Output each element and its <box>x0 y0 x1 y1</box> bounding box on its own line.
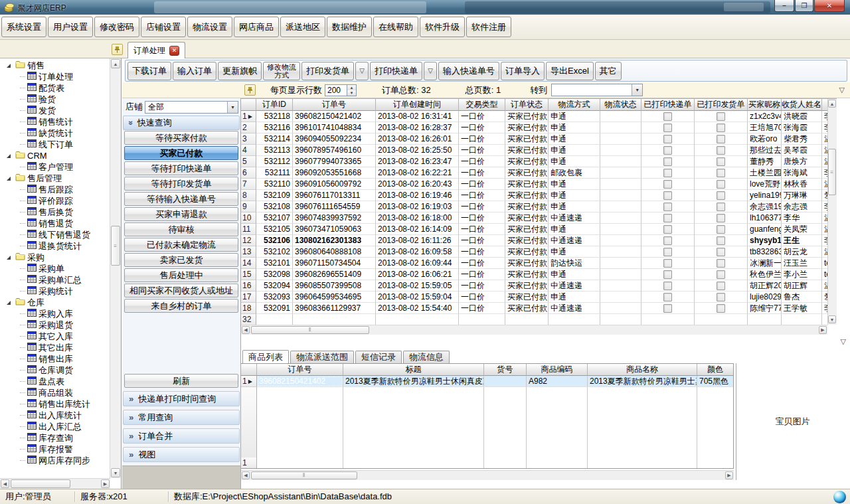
order-row[interactable]: 85321093960761170133112013-08-02 16:19:4… <box>241 190 827 201</box>
printed-checkbox[interactable] <box>663 191 672 200</box>
order-row[interactable]: 25321163961017410488342013-08-02 16:28:3… <box>241 122 827 133</box>
tree-item[interactable]: 销售统计 <box>0 116 108 127</box>
quick-filter-button-2[interactable]: 买家已付款 <box>124 146 238 160</box>
printed-checkbox[interactable] <box>717 304 725 313</box>
toolbar-button-2[interactable]: 输入订单 <box>173 62 216 80</box>
tree-item[interactable]: 其它出库 <box>0 342 108 353</box>
quick-filter-button-11[interactable]: 相同买家不同收货人或地址 <box>124 284 238 297</box>
tree-expander-icon[interactable] <box>4 154 13 158</box>
order-row[interactable]: 145321013960711507345042013-08-02 16:09:… <box>241 258 827 269</box>
toolbar-button-9[interactable]: 输入快递单号 <box>438 62 499 80</box>
items-column-header-5[interactable]: 商品名称 <box>588 364 697 376</box>
order-row[interactable]: 115321053960734710590632013-08-02 16:14:… <box>241 224 827 235</box>
items-column-header-4[interactable]: 商品编码 <box>527 364 588 376</box>
toolbar-dropdown-icon[interactable]: ▽ <box>355 62 369 80</box>
printed-checkbox[interactable] <box>663 259 672 268</box>
toolbar-button-5[interactable]: 打印发货单 <box>301 62 354 80</box>
printed-checkbox[interactable] <box>717 180 725 189</box>
tree-item[interactable]: 评价跟踪 <box>0 195 108 207</box>
menu-button-6[interactable]: 网店商品 <box>234 17 279 37</box>
pager-pin-icon[interactable] <box>244 84 256 96</box>
order-row[interactable]: 105321073960748399375922013-08-02 16:18:… <box>241 212 827 224</box>
detail-filter-icon[interactable]: ▽ <box>841 337 846 346</box>
tree-group-2[interactable]: CRM <box>0 150 108 161</box>
scroll-up-icon[interactable]: ▲ <box>111 59 120 68</box>
scrollbar-thumb[interactable]: ≡ <box>111 226 120 266</box>
printed-checkbox[interactable] <box>663 214 672 222</box>
printed-checkbox[interactable] <box>717 124 725 132</box>
quick-filter-button-12[interactable]: 来自乡村的订单 <box>124 299 238 313</box>
tree-item[interactable]: 盘点表 <box>0 376 108 387</box>
column-header-5[interactable]: 订单状态 <box>505 99 549 111</box>
menu-button-4[interactable]: 店铺设置 <box>141 17 186 37</box>
menu-button-1[interactable]: 系统设置 <box>1 17 46 37</box>
detail-tab-1[interactable]: 商品列表 <box>242 350 289 363</box>
printed-checkbox[interactable] <box>717 191 725 200</box>
scrollbar-thumb[interactable]: ≡ <box>828 149 836 195</box>
menu-button-8[interactable]: 数据维护 <box>327 17 372 37</box>
printed-checkbox[interactable] <box>663 293 672 301</box>
collapsed-section-4[interactable]: »视图 <box>123 447 240 462</box>
printed-checkbox[interactable] <box>663 236 672 245</box>
items-column-header-1[interactable]: 订单号 <box>257 364 343 376</box>
printed-checkbox[interactable] <box>663 282 672 290</box>
collapsed-section-2[interactable]: »常用查询 <box>123 410 240 425</box>
items-column-header-3[interactable]: 货号 <box>484 364 527 376</box>
scroll-right-icon[interactable]: ▶ <box>819 326 827 334</box>
menu-button-11[interactable]: 软件注册 <box>466 17 511 37</box>
tree-item[interactable]: 采购退货 <box>0 319 108 331</box>
order-row[interactable]: 35321143960940550922342013-08-02 16:26:0… <box>241 133 827 145</box>
printed-checkbox[interactable] <box>663 135 672 143</box>
order-row[interactable]: 45321133960789574961602013-08-02 16:25:5… <box>241 145 827 156</box>
column-header-1[interactable]: 订单ID <box>256 99 293 111</box>
scroll-left-icon[interactable]: ◀ <box>1 479 9 488</box>
printed-checkbox[interactable] <box>717 248 725 256</box>
printed-checkbox[interactable] <box>663 124 672 132</box>
tree-item[interactable]: 仓库调货 <box>0 365 108 376</box>
tree-item[interactable]: 商品组装 <box>0 387 108 398</box>
toolbar-dropdown-icon[interactable]: ▽ <box>424 62 437 80</box>
scroll-left-icon[interactable]: ◀ <box>242 326 250 334</box>
column-header-8[interactable]: 已打印快递单 <box>641 99 695 111</box>
tree-group-5[interactable]: 仓库 <box>0 297 108 308</box>
column-header-12[interactable]: 店铺 <box>822 99 827 111</box>
quick-filter-button-10[interactable]: 售后处理中 <box>124 268 238 282</box>
tree-item[interactable]: 验货 <box>0 94 108 105</box>
tree-item[interactable]: 采购单汇总 <box>0 274 108 286</box>
scroll-down-icon[interactable]: ▼ <box>828 315 836 323</box>
tree-item[interactable]: 库存报警 <box>0 444 108 455</box>
quick-filter-button-9[interactable]: 卖家已发货 <box>124 253 238 267</box>
scroll-right-icon[interactable]: ▶ <box>101 479 110 488</box>
store-select[interactable]: 全部 ▼ <box>145 101 238 114</box>
items-column-header-2[interactable]: 标题 <box>343 364 484 376</box>
column-header-11[interactable]: 收货人姓名 <box>782 99 822 111</box>
column-header-3[interactable]: 订单创建时间 <box>376 99 459 111</box>
printed-checkbox[interactable] <box>663 169 672 177</box>
scroll-down-icon[interactable]: ▼ <box>111 468 120 477</box>
spin-down-icon[interactable]: ▼ <box>347 90 356 96</box>
toolbar-button-11[interactable]: 导出Excel <box>546 62 594 80</box>
printed-checkbox[interactable] <box>717 157 725 166</box>
tree-item[interactable]: 线下销售退货 <box>0 229 108 240</box>
detail-tab-3[interactable]: 短信记录 <box>355 351 402 363</box>
scrollbar-thumb[interactable] <box>11 479 70 488</box>
detail-tab-4[interactable]: 物流信息 <box>403 351 450 363</box>
scroll-right-icon[interactable]: ▶ <box>725 471 733 479</box>
order-row[interactable]: 135321023960806408881082013-08-02 16:09:… <box>241 246 827 258</box>
printed-checkbox[interactable] <box>717 293 725 301</box>
scroll-up-icon[interactable]: ▲ <box>828 100 836 108</box>
tree-expander-icon[interactable] <box>4 177 13 181</box>
tree-item[interactable]: 缺货统计 <box>0 127 108 139</box>
tree-expander-icon[interactable] <box>4 301 13 305</box>
printed-checkbox[interactable] <box>717 214 725 222</box>
toolbar-button-3[interactable]: 更新旗帜 <box>218 62 262 80</box>
tree-item[interactable]: 订单处理 <box>0 71 108 82</box>
tree-group-3[interactable]: 售后管理 <box>0 173 108 184</box>
toolbar-button-12[interactable]: 其它 <box>595 62 622 80</box>
orders-grid-vertical-scrollbar[interactable]: ▲ ≡ ▼ <box>827 99 837 325</box>
column-header-7[interactable]: 物流状态 <box>600 99 641 111</box>
column-header-6[interactable]: 物流方式 <box>549 99 600 111</box>
order-row[interactable]: 55321123960779940733652013-08-02 16:23:4… <box>241 156 827 167</box>
sidebar-horizontal-scrollbar[interactable]: ◀ ▶ <box>0 478 110 489</box>
quick-filter-button-6[interactable]: 买家申请退款 <box>124 207 238 221</box>
